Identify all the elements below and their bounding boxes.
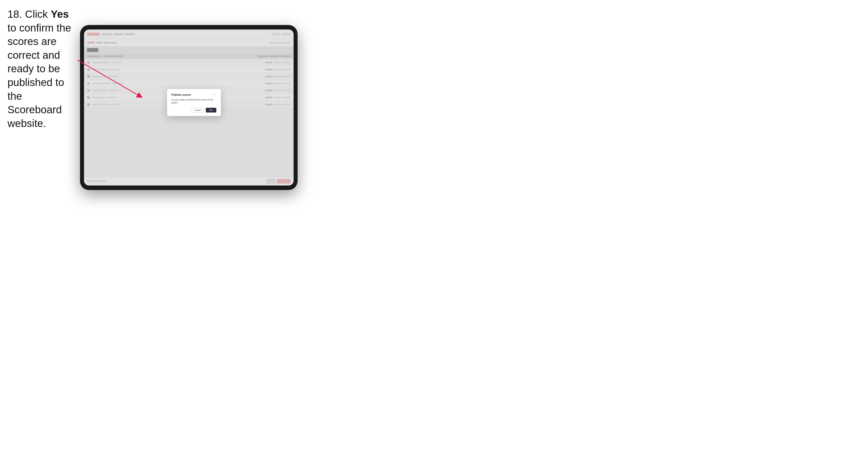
dialog-overlay: Publish scores × Are you ready to publis… [84,30,293,186]
instruction-text: 18. Click Yes to confirm the scores are … [7,7,78,130]
yes-button[interactable]: Yes [206,108,216,113]
dialog-actions: Cancel Yes [172,108,216,113]
dialog-title: Publish scores [172,93,191,96]
instruction-text-before: Click [22,8,51,20]
publish-scores-dialog: Publish scores × Are you ready to publis… [167,89,221,116]
tablet-screen: Publish scores × Are you ready to publis… [84,30,293,186]
dialog-header: Publish scores × [172,93,216,96]
tablet-device: Publish scores × Are you ready to publis… [80,25,298,190]
instruction-bold: Yes [51,8,69,20]
instruction-text-after: to confirm the scores are correct and re… [7,22,71,129]
step-number: 18. [7,8,22,20]
dialog-close-button[interactable]: × [213,93,216,96]
cancel-button[interactable]: Cancel [191,108,204,113]
dialog-body: Are you ready to publish these scores to… [172,98,216,104]
